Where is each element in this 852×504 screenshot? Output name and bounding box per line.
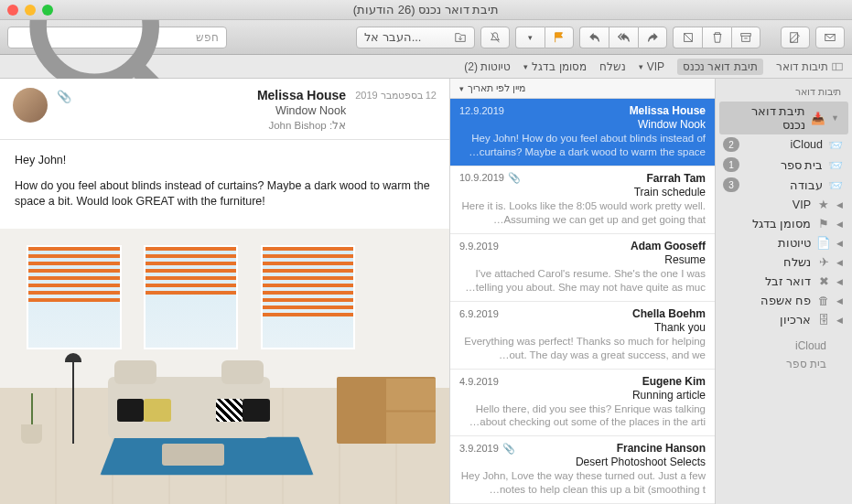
delete-button[interactable] [702,27,731,48]
disclosure-triangle-icon[interactable]: ◀ [836,277,843,286]
sidebar-account-icloud[interactable]: iCloud [716,337,852,355]
sidebar-sent[interactable]: ◀ ✈ נשלח [716,252,852,272]
message-row[interactable]: Francine Hanson📎3.9.2019Desert Photoshoo… [450,436,715,504]
fav-flagged[interactable]: מסומן בדגל▾ [523,60,586,73]
search-placeholder: חפש [196,31,219,44]
sidebar-account-school[interactable]: בית ספר [716,355,852,373]
message-from: Francine Hanson [617,442,706,455]
chevron-down-icon: ▾ [528,33,533,42]
message-from: Adam Gooseff [631,240,706,252]
message-subject: Resume [459,253,706,266]
fav-sent[interactable]: נשלח [599,60,626,73]
sidebar-icloud-inbox[interactable]: 📨 iCloud 2 [716,134,852,155]
archive-button[interactable] [731,27,760,48]
disclosure-triangle-icon[interactable]: ▼ [831,113,839,123]
sidebar-vip[interactable]: ◀ ★ VIP [716,195,852,214]
sidebar-drafts[interactable]: ◀ 📄 טיוטות [716,233,852,252]
unread-badge: 1 [723,157,739,172]
preview-from: Melissa House [81,88,346,102]
svg-rect-5 [741,33,751,36]
mailbox-sidebar: תיבות דואר ▼ 📥 תיבת דואר נכנס 📨 iCloud 2… [715,79,852,504]
reply-all-button[interactable] [609,27,638,48]
message-row[interactable]: Chella Boehm6.9.2019Thank youEverything … [450,302,715,370]
trash-icon [711,31,724,44]
sidebar-work-inbox[interactable]: 📨 עבודה 3 [716,175,852,195]
disclosure-triangle-icon[interactable]: ◀ [836,200,843,209]
disclosure-triangle-icon[interactable]: ◀ [836,239,843,248]
reply-icon [588,31,601,44]
get-mail-button[interactable] [815,27,845,48]
junk-icon: ✖ [816,274,831,288]
window-title: תיבת דואר נכנס (26 הודעות) [353,3,500,16]
sort-header[interactable]: מיין לפי תאריך ▾ [450,79,715,99]
flag-icon [553,31,566,44]
zoom-window-button[interactable] [42,5,53,16]
svg-line-4 [684,33,692,41]
flag-menu-button[interactable]: ▾ [515,27,545,48]
message-from: Eugene Kim [642,375,706,388]
message-preview-text: Hello there, did you see this? Enrique w… [459,402,706,430]
tray-icon: 📨 [828,158,843,172]
message-preview-text: Hey John, Love the way these turned out.… [459,469,706,497]
message-preview: 12 בספטמבר 2019 Melissa House Window Noo… [0,79,449,504]
message-row[interactable]: Melissa House12.9.2019Window NookHey Joh… [450,99,715,166]
message-date: 4.9.2019 [459,376,499,387]
message-row[interactable]: Adam Gooseff9.9.2019ResumeI've attached … [450,234,715,302]
move-to-button[interactable]: העבר אל... [356,27,475,48]
disclosure-triangle-icon[interactable]: ◀ [836,316,843,325]
flag-button[interactable] [545,27,574,48]
sidebar-icon [832,61,843,72]
junk-button[interactable] [673,27,702,48]
preview-date: 12 בספטמבר 2019 [355,90,437,102]
bell-slash-icon [489,31,501,44]
document-icon: 📄 [816,236,831,250]
message-subject: Desert Photoshoot Selects [459,456,706,468]
reply-button[interactable] [579,27,609,48]
tray-icon: 📨 [828,178,843,192]
message-date: 12.9.2019 [459,105,504,116]
close-window-button[interactable] [7,5,18,16]
trash-icon: 🗑 [816,295,831,307]
preview-body: Hey John! How do you feel about blinds i… [0,140,449,229]
message-subject: Window Nook [459,118,706,131]
message-row[interactable]: Farrah Tam📎10.9.2019Train scheduleHere i… [450,166,715,234]
envelope-icon [824,31,836,44]
search-field[interactable]: חפש [7,27,227,48]
minimize-window-button[interactable] [25,5,36,16]
disclosure-triangle-icon[interactable]: ◀ [836,258,843,267]
message-date: 📎10.9.2019 [459,172,521,184]
fav-inbox[interactable]: תיבת דואר נכנס [677,59,763,75]
compose-icon [789,31,802,44]
message-row[interactable]: Eugene Kim4.9.2019Running articleHello t… [450,370,715,437]
mailboxes-toggle[interactable]: תיבות דואר [776,60,843,73]
message-preview-text: Here it is. Looks like the 8:05 would wo… [459,199,706,227]
sidebar-trash[interactable]: ◀ 🗑 פח אשפה [716,291,852,310]
message-from: Chella Boehm [632,307,706,320]
chevron-down-icon: ▾ [639,62,643,71]
attached-image[interactable] [0,229,449,505]
sidebar-archive[interactable]: ◀ 🗄 ארכיון [716,310,852,329]
sender-avatar[interactable] [13,88,48,123]
message-subject: Train schedule [459,186,706,198]
message-from: Farrah Tam [647,172,706,185]
attachment-icon: 📎 [502,443,515,454]
message-from: Melissa House [630,104,706,117]
forward-button[interactable] [638,27,667,48]
message-date: 9.9.2019 [459,241,499,252]
disclosure-triangle-icon[interactable]: ◀ [836,296,843,306]
message-preview-text: Everything was perfect! Thanks so much f… [459,335,706,362]
message-subject: Running article [459,389,706,402]
fav-vip[interactable]: VIP▾ [639,60,664,73]
sidebar-flagged[interactable]: ◀ ⚑ מסומן בדגל [716,214,852,233]
disclosure-triangle-icon[interactable]: ◀ [836,220,843,229]
attachment-icon: 📎 [508,172,521,183]
compose-button[interactable] [781,27,810,48]
sidebar-school-inbox[interactable]: 📨 בית ספר 1 [716,155,852,175]
sidebar-section-header: תיבות דואר [716,84,852,102]
sidebar-inbox[interactable]: ▼ 📥 תיבת דואר נכנס [719,102,848,134]
tray-icon: 📨 [828,138,843,152]
message-list: מיין לפי תאריך ▾ Melissa House12.9.2019W… [449,79,715,504]
mute-button[interactable] [480,27,510,48]
sidebar-junk[interactable]: ◀ ✖ דואר זבל [716,272,852,291]
fav-drafts[interactable]: טיוטות (2) [464,60,511,73]
